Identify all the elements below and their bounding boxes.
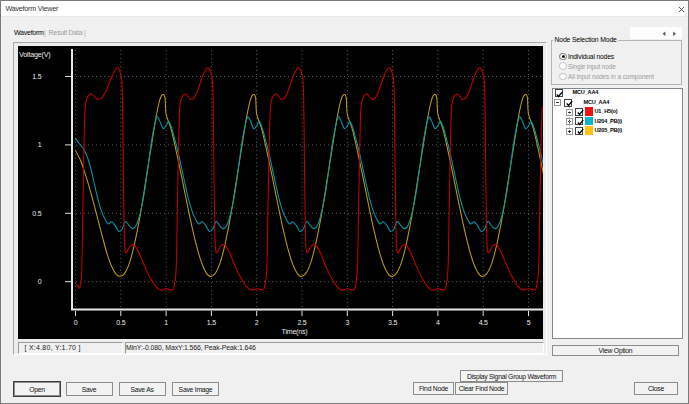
svg-text:0.5: 0.5 bbox=[32, 210, 41, 217]
svg-text:0.5: 0.5 bbox=[116, 319, 125, 326]
svg-text:1.5: 1.5 bbox=[32, 73, 41, 80]
svg-text:Voltage(V): Voltage(V) bbox=[19, 50, 51, 59]
svg-text:Time(ns): Time(ns) bbox=[282, 328, 308, 336]
svg-text:5: 5 bbox=[527, 319, 531, 326]
svg-text:4: 4 bbox=[436, 319, 440, 326]
svg-text:0: 0 bbox=[38, 278, 42, 285]
svg-text:0: 0 bbox=[74, 319, 78, 326]
svg-text:1.5: 1.5 bbox=[207, 319, 216, 326]
svg-text:2: 2 bbox=[255, 319, 259, 326]
svg-text:3: 3 bbox=[345, 319, 349, 326]
svg-text:4.5: 4.5 bbox=[479, 319, 488, 326]
svg-text:2.5: 2.5 bbox=[297, 319, 306, 326]
svg-text:1: 1 bbox=[38, 141, 42, 148]
svg-text:3.5: 3.5 bbox=[388, 319, 397, 326]
svg-text:1: 1 bbox=[164, 319, 168, 326]
